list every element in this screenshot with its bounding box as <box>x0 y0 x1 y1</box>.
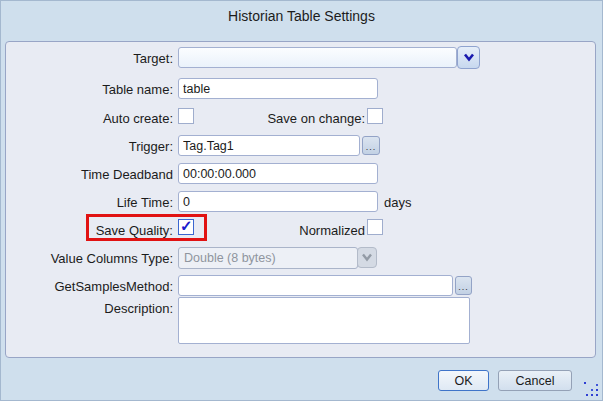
table-name-label: Table name: <box>1 82 173 97</box>
dialog-title: Historian Table Settings <box>1 8 602 24</box>
trigger-browse-button[interactable]: ... <box>362 136 380 155</box>
chevron-down-icon <box>463 53 475 62</box>
get-samples-method-browse-button[interactable]: ... <box>455 276 472 295</box>
time-deadband-input[interactable] <box>178 163 378 184</box>
ok-button[interactable]: OK <box>438 370 489 391</box>
get-samples-method-label: GetSamplesMethod: <box>1 279 173 294</box>
normalized-checkbox[interactable] <box>367 219 383 235</box>
description-textarea[interactable] <box>178 297 470 344</box>
life-time-label: Life Time: <box>1 195 173 210</box>
save-on-change-checkbox[interactable] <box>367 108 383 124</box>
target-label: Target: <box>1 51 173 66</box>
cancel-button[interactable]: Cancel <box>498 370 572 391</box>
life-time-days-suffix: days <box>384 195 411 210</box>
checkmark-icon: ✓ <box>180 217 193 235</box>
historian-table-settings-dialog: Historian Table Settings Target: Table n… <box>0 0 603 401</box>
trigger-input[interactable] <box>178 135 360 156</box>
save-quality-label: Save Quality: <box>1 223 173 238</box>
value-columns-type-select: Double (8 bytes) <box>178 247 358 269</box>
normalized-label: Normalized <box>195 223 365 238</box>
save-on-change-label: Save on change: <box>195 111 365 126</box>
time-deadband-label: Time Deadband <box>1 167 173 182</box>
target-input[interactable] <box>178 47 457 68</box>
value-columns-type-label: Value Columns Type: <box>1 251 173 266</box>
resize-grip[interactable] <box>584 382 599 397</box>
table-name-input[interactable] <box>178 78 378 99</box>
target-dropdown-button[interactable] <box>457 46 480 69</box>
auto-create-checkbox[interactable] <box>178 108 194 124</box>
get-samples-method-input[interactable] <box>178 275 453 296</box>
description-label: Description: <box>1 301 173 316</box>
life-time-input[interactable] <box>178 191 378 212</box>
value-columns-type-dropdown-button <box>357 247 377 268</box>
auto-create-label: Auto create: <box>1 111 173 126</box>
save-quality-checkbox[interactable]: ✓ <box>178 219 194 235</box>
chevron-down-icon <box>361 253 373 262</box>
trigger-label: Trigger: <box>1 139 173 154</box>
